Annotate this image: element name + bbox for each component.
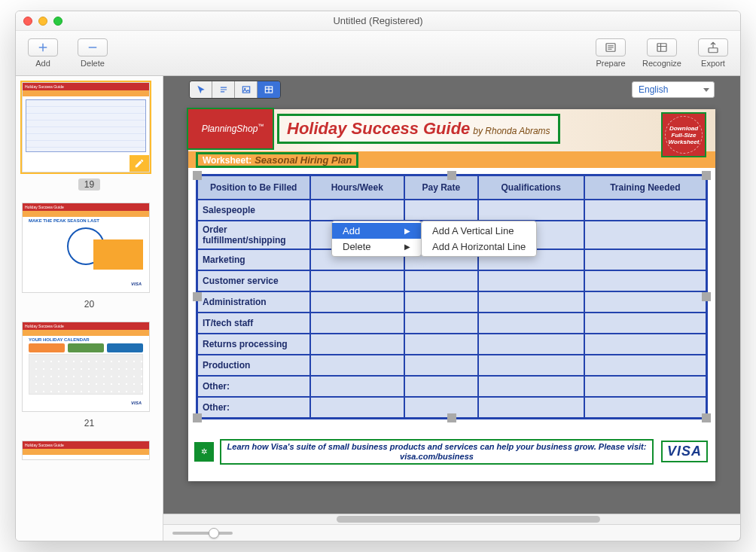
table-cell[interactable] bbox=[584, 334, 707, 355]
worksheet-bar: Worksheet: Seasonal Hiring Plan bbox=[188, 151, 715, 168]
delete-page-button[interactable]: Delete bbox=[75, 38, 111, 68]
context-submenu-add-horizontal[interactable]: Add A Horizontal Line bbox=[422, 239, 536, 255]
table-cell[interactable] bbox=[310, 313, 405, 334]
worksheet-table[interactable]: Position to Be FilledHours/WeekPay RateQ… bbox=[196, 174, 708, 419]
table-cell[interactable] bbox=[478, 376, 584, 397]
worksheet-name: Seasonal Hiring Plan bbox=[255, 154, 352, 166]
export-button[interactable]: Export bbox=[695, 38, 731, 68]
context-submenu: Add A Vertical Line Add A Horizontal Lin… bbox=[421, 221, 537, 257]
context-submenu-add-vertical[interactable]: Add A Vertical Line bbox=[422, 223, 536, 239]
table-cell[interactable] bbox=[478, 270, 584, 291]
download-worksheet-chip[interactable]: Download Full-Size Worksheet bbox=[663, 114, 705, 156]
table-cell[interactable] bbox=[404, 313, 478, 334]
table-cell[interactable] bbox=[584, 221, 707, 249]
table-cell[interactable] bbox=[584, 270, 707, 291]
row-label: IT/tech staff bbox=[197, 313, 310, 334]
resize-handle-bl[interactable] bbox=[193, 413, 202, 422]
table-row[interactable]: Other: bbox=[197, 376, 707, 397]
table-row[interactable]: Production bbox=[197, 355, 707, 376]
minimize-window-button[interactable] bbox=[38, 17, 47, 26]
table-mode-button[interactable] bbox=[258, 81, 280, 98]
page-thumbnails-sidebar[interactable]: Holiday Success Guide 19 Holiday Success… bbox=[16, 76, 163, 541]
recognize-button[interactable]: Recognize bbox=[642, 38, 681, 68]
resize-handle-mr[interactable] bbox=[702, 292, 711, 301]
thumbnail-19[interactable]: Holiday Success Guide 19 bbox=[22, 82, 157, 192]
table-cell[interactable] bbox=[478, 313, 584, 334]
table-cell[interactable] bbox=[584, 291, 707, 313]
add-page-button[interactable]: Add bbox=[25, 38, 61, 68]
row-label: Customer service bbox=[197, 270, 310, 291]
page-canvas[interactable]: PlanningShop™ Holiday Success Guide by R… bbox=[188, 109, 715, 481]
resize-handle-tl[interactable] bbox=[193, 171, 202, 180]
prepare-button[interactable]: Prepare bbox=[593, 38, 629, 68]
thumbnail-20[interactable]: Holiday Success Guide MAKE THE PEAK SEAS… bbox=[22, 203, 157, 311]
table-cell[interactable] bbox=[478, 334, 584, 355]
table-cell[interactable] bbox=[310, 200, 405, 221]
row-label: Administration bbox=[197, 291, 310, 313]
close-window-button[interactable] bbox=[23, 17, 32, 26]
table-cell[interactable] bbox=[310, 334, 405, 355]
page-byline: by Rhonda Abrams bbox=[473, 126, 550, 136]
prepare-icon bbox=[596, 38, 626, 56]
table-cell[interactable] bbox=[404, 376, 478, 397]
table-selection[interactable]: Position to Be FilledHours/WeekPay RateQ… bbox=[196, 174, 708, 419]
table-row[interactable]: Salespeople bbox=[197, 200, 707, 221]
image-mode-button[interactable] bbox=[235, 81, 258, 98]
table-cell[interactable] bbox=[404, 355, 478, 376]
table-cell[interactable] bbox=[404, 397, 478, 418]
table-row[interactable]: Administration bbox=[197, 291, 707, 313]
table-cell[interactable] bbox=[310, 270, 405, 291]
zoom-slider-knob[interactable] bbox=[209, 528, 219, 538]
table-cell[interactable] bbox=[310, 376, 405, 397]
resize-handle-ml[interactable] bbox=[193, 292, 202, 301]
context-menu-add[interactable]: Add▶ bbox=[332, 223, 421, 239]
table-cell[interactable] bbox=[584, 376, 707, 397]
table-header: Pay Rate bbox=[404, 175, 478, 200]
table-cell[interactable] bbox=[478, 200, 584, 221]
thumbnail-21[interactable]: Holiday Success Guide YOUR HOLIDAY CALEN… bbox=[22, 322, 157, 430]
table-cell[interactable] bbox=[404, 291, 478, 313]
table-cell[interactable] bbox=[478, 355, 584, 376]
horizontal-scrollbar[interactable] bbox=[163, 514, 740, 524]
table-row[interactable]: Returns processing bbox=[197, 334, 707, 355]
main-toolbar: Add Delete Prepare bbox=[16, 31, 740, 76]
table-cell[interactable] bbox=[404, 334, 478, 355]
table-cell[interactable] bbox=[478, 291, 584, 313]
resize-handle-bc[interactable] bbox=[447, 413, 456, 422]
table-row[interactable]: IT/tech staff bbox=[197, 313, 707, 334]
table-cell[interactable] bbox=[404, 200, 478, 221]
text-mode-button[interactable] bbox=[212, 81, 235, 98]
table-row[interactable]: Customer service bbox=[197, 270, 707, 291]
table-cell[interactable] bbox=[584, 397, 707, 418]
content-area: Holiday Success Guide 19 Holiday Success… bbox=[16, 76, 740, 541]
table-cell[interactable] bbox=[584, 200, 707, 221]
language-select[interactable]: English bbox=[632, 81, 715, 98]
resize-handle-tr[interactable] bbox=[702, 171, 711, 180]
context-menu-main: Add▶ Delete▶ bbox=[331, 221, 422, 257]
table-cell[interactable] bbox=[584, 249, 707, 270]
page-title: Holiday Success Guide bbox=[287, 119, 470, 139]
resize-handle-tc[interactable] bbox=[447, 171, 456, 180]
table-cell[interactable] bbox=[310, 355, 405, 376]
table-cell[interactable] bbox=[584, 313, 707, 334]
table-header: Position to Be Filled bbox=[197, 175, 310, 200]
table-cell[interactable] bbox=[310, 397, 405, 418]
table-cell[interactable] bbox=[584, 355, 707, 376]
thumbnail-22-partial[interactable]: Holiday Success Guide bbox=[22, 441, 157, 460]
pointer-mode-button[interactable] bbox=[190, 81, 212, 98]
region-mode-segmented bbox=[189, 81, 281, 99]
table-header: Hours/Week bbox=[310, 175, 405, 200]
table-cell[interactable] bbox=[478, 397, 584, 418]
canvas-scroll[interactable]: PlanningShop™ Holiday Success Guide by R… bbox=[163, 99, 740, 514]
row-label: Order fulfillment/shipping bbox=[197, 221, 310, 249]
table-cell[interactable] bbox=[310, 291, 405, 313]
zoom-slider[interactable] bbox=[172, 532, 233, 535]
resize-handle-br[interactable] bbox=[702, 413, 711, 422]
zoom-window-button[interactable] bbox=[53, 17, 62, 26]
table-cell[interactable] bbox=[404, 270, 478, 291]
row-label: Other: bbox=[197, 397, 310, 418]
footer-message: Learn how Visa's suite of small business… bbox=[220, 439, 654, 465]
row-label: Production bbox=[197, 355, 310, 376]
context-menu-delete[interactable]: Delete▶ bbox=[332, 239, 421, 255]
horizontal-scroll-thumb[interactable] bbox=[337, 516, 600, 523]
